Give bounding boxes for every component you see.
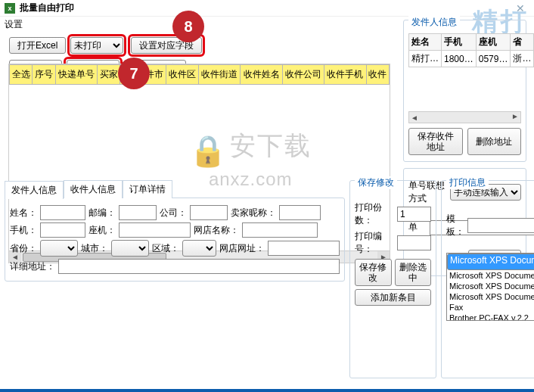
save-box: 保存修改 打印份数： 打印编号： 保存修改删除选中 添加新条目 bbox=[349, 180, 436, 378]
copies-input[interactable] bbox=[397, 207, 431, 222]
add-entry-button[interactable]: 添加新条目 bbox=[355, 289, 431, 306]
printer-item[interactable]: Microsoft XPS Document W bbox=[447, 270, 534, 281]
printer-item[interactable]: Microsoft XPS Document W bbox=[447, 254, 534, 270]
grid-col[interactable]: 快递单号 bbox=[55, 65, 97, 85]
save-mod-button[interactable]: 保存修改 bbox=[355, 259, 392, 286]
mini-hscrollbar[interactable]: ◄► bbox=[408, 111, 521, 123]
tab-sender[interactable]: 发件人信息 bbox=[5, 181, 64, 199]
sender-mini-grid[interactable]: 姓名手机座机省市 精打…1800…0579…浙…金… bbox=[408, 33, 534, 67]
district-select[interactable] bbox=[182, 240, 216, 257]
del-addr-button[interactable]: 删除地址 bbox=[467, 128, 522, 155]
del-sel-button[interactable]: 删除选中 bbox=[395, 259, 432, 286]
annotation-badge-8: 8 bbox=[174, 12, 203, 41]
tpl-input[interactable] bbox=[467, 218, 534, 233]
sender-form: 姓名： 邮编： 公司： 卖家昵称： 手机： 座机： 网店名称： 省份： 城市： … bbox=[5, 198, 345, 282]
zip-input[interactable] bbox=[119, 205, 157, 220]
grid-col[interactable]: 收件手机 bbox=[324, 65, 366, 85]
bottom-tabs: 发件人信息 收件人信息 订单详情 bbox=[5, 180, 345, 198]
sender-info-box: 发件人信息 姓名手机座机省市 精打…1800…0579…浙…金… ◄► 保存收件… bbox=[403, 20, 526, 162]
annotation-badge-7: 7 bbox=[120, 59, 148, 88]
city-select[interactable] bbox=[111, 240, 149, 257]
company-input[interactable] bbox=[190, 205, 228, 220]
tel-input[interactable] bbox=[119, 222, 191, 238]
shop-input[interactable] bbox=[242, 222, 318, 238]
grid-col[interactable]: 序号 bbox=[33, 65, 55, 85]
seller-input[interactable] bbox=[279, 205, 321, 220]
printer-item[interactable]: Microsoft XPS Document W bbox=[447, 291, 534, 302]
prov-select[interactable] bbox=[40, 240, 78, 257]
printer-item[interactable]: Fax bbox=[447, 302, 534, 313]
grid-col[interactable]: 收件 bbox=[366, 65, 389, 85]
save-addr-button[interactable]: 保存收件地址 bbox=[408, 128, 463, 155]
open-excel-button[interactable]: 打开Excel bbox=[9, 37, 66, 54]
grid-col[interactable]: 全选 bbox=[10, 65, 33, 85]
grid-col[interactable]: 收件区 bbox=[166, 65, 199, 85]
grid-col[interactable]: 收件公司 bbox=[282, 65, 324, 85]
menu-settings[interactable]: 设置 bbox=[5, 19, 23, 30]
tab-order[interactable]: 订单详情 bbox=[123, 180, 172, 198]
pno-input[interactable] bbox=[397, 235, 431, 250]
phone-input[interactable] bbox=[40, 222, 85, 238]
tab-receiver[interactable]: 收件人信息 bbox=[64, 180, 123, 198]
addr-input[interactable] bbox=[58, 259, 340, 274]
window-title: 批量自由打印 bbox=[20, 2, 74, 14]
print-box: 打印信息 模板： 选择模板 Microsoft XPS Document WMi… bbox=[441, 180, 534, 378]
status-select[interactable]: 未打印 bbox=[70, 37, 123, 54]
grid-col[interactable]: 收件街道 bbox=[198, 65, 240, 85]
name-input[interactable] bbox=[40, 205, 85, 220]
app-icon: x bbox=[5, 3, 15, 14]
printer-item[interactable]: Microsoft XPS Document W bbox=[447, 281, 534, 291]
grid-col[interactable]: 收件姓名 bbox=[241, 65, 282, 85]
printer-list[interactable]: Microsoft XPS Document WMicrosoft XPS Do… bbox=[446, 253, 534, 321]
site-input[interactable] bbox=[268, 241, 340, 256]
grid-col[interactable]: 买家 bbox=[98, 65, 120, 85]
printer-item[interactable]: Brother PC-FAX v.2.2 bbox=[447, 313, 534, 321]
close-icon[interactable]: ✕ bbox=[511, 2, 529, 14]
